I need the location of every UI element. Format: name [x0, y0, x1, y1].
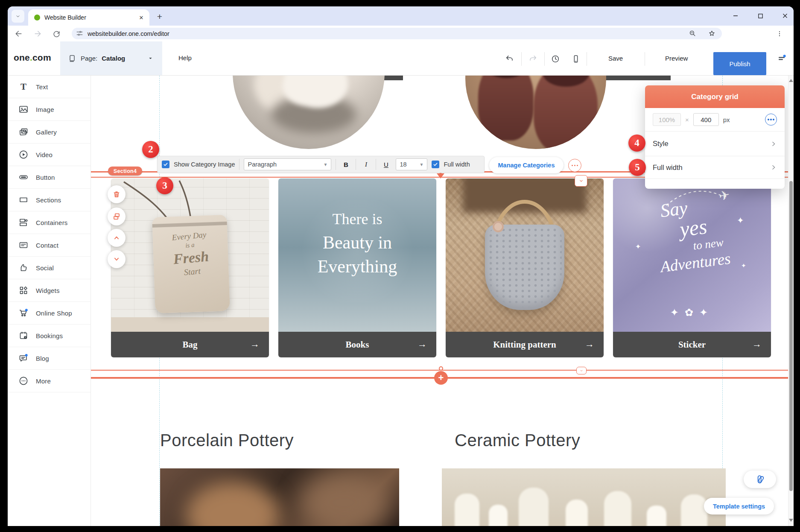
text-icon: T — [18, 82, 29, 92]
illustration-vase — [519, 488, 549, 526]
full-width-checkbox[interactable] — [432, 161, 439, 168]
editor-canvas[interactable]: Section4 Show Category Image Paragraph ▼… — [91, 76, 788, 526]
sidebar-item-gallery[interactable]: Gallery — [8, 121, 91, 143]
ceramic-pottery-heading[interactable]: Ceramic Pottery — [455, 431, 580, 450]
browser-menu-kebab-icon[interactable] — [774, 28, 785, 40]
window-minimize-button[interactable] — [729, 10, 742, 22]
hero-image-pottery-hands[interactable] — [233, 76, 385, 149]
porcelain-pottery-image[interactable] — [160, 468, 399, 526]
sidebar-item-sections[interactable]: Sections — [8, 189, 91, 211]
hero-image-ceramic-pots[interactable] — [465, 76, 606, 149]
illustration-vase — [604, 491, 631, 526]
divider-handle-dot[interactable] — [439, 366, 443, 371]
annotation-badge-3: 3 — [156, 177, 173, 194]
canvas-scrollbar[interactable] — [788, 76, 794, 526]
sidebar-item-video[interactable]: Video — [8, 143, 91, 166]
sidebar-item-text[interactable]: T Text — [8, 76, 91, 98]
porcelain-pottery-heading[interactable]: Porcelain Pottery — [160, 431, 294, 450]
omnibox[interactable]: websitebuilder.one.com/editor — [72, 28, 722, 39]
sidebar-item-blog[interactable]: Blog — [8, 347, 91, 370]
category-caption[interactable]: Knitting pattern → — [446, 332, 604, 357]
panel-size-row: × px — [645, 108, 785, 131]
tab-search-button[interactable] — [12, 10, 24, 23]
bookmark-star-icon[interactable] — [708, 29, 716, 38]
category-card-sticker[interactable]: ✈ ✦ ✦ ✦ Say yes to new Adventures ✦✿✦ St… — [613, 178, 771, 357]
minimize-icon — [733, 13, 739, 19]
category-grid-panel: Category grid × px Style Full width — [645, 85, 785, 189]
scroll-down-arrow[interactable] — [789, 519, 793, 522]
bold-button[interactable]: B — [340, 161, 351, 168]
collapse-section-button[interactable] — [576, 367, 587, 374]
illustration-shape — [488, 227, 562, 307]
divider — [587, 52, 587, 66]
editor-menu-button[interactable] — [775, 52, 788, 64]
font-size-dropdown[interactable]: 18 ▼ — [396, 158, 427, 170]
history-button[interactable] — [549, 53, 562, 65]
category-caption[interactable]: Sticker → — [613, 332, 771, 357]
add-section-button[interactable]: + — [434, 371, 448, 385]
style-swatch-button[interactable] — [744, 471, 776, 488]
undo-button[interactable] — [503, 53, 516, 65]
window-close-button[interactable] — [779, 10, 791, 22]
sidebar-item-more[interactable]: More — [8, 370, 91, 392]
divider — [239, 159, 239, 170]
category-caption[interactable]: Bag → — [111, 332, 269, 357]
save-button[interactable]: Save — [608, 55, 623, 62]
thumbs-up-icon — [18, 263, 29, 273]
show-category-image-checkbox[interactable] — [162, 161, 169, 168]
redo-button[interactable] — [526, 53, 539, 65]
sidebar-item-containers[interactable]: Containers — [8, 211, 91, 234]
back-button[interactable] — [13, 28, 25, 40]
scrollbar-thumb[interactable] — [789, 181, 793, 491]
chevron-down-icon — [148, 56, 153, 61]
publish-button[interactable]: Publish — [713, 52, 766, 75]
mobile-preview-button[interactable] — [569, 53, 582, 65]
duplicate-section-button[interactable] — [108, 208, 126, 225]
site-settings-icon[interactable] — [76, 30, 83, 37]
window-maximize-button[interactable] — [754, 10, 767, 22]
annotation-badge-4: 4 — [628, 134, 645, 152]
collapse-grid-button[interactable] — [575, 175, 587, 187]
illustration-crochet-bag — [485, 225, 564, 310]
panel-style-row[interactable]: Style — [645, 131, 785, 156]
sidebar-item-contact[interactable]: Contact — [8, 234, 91, 257]
panel-title[interactable]: Category grid — [645, 85, 785, 108]
template-settings-button[interactable]: Template settings — [704, 498, 774, 514]
page-selector[interactable]: Page: Catalog — [60, 41, 162, 75]
ceramic-pottery-image[interactable] — [442, 468, 726, 526]
scroll-up-arrow[interactable] — [789, 79, 793, 82]
active-tab[interactable]: Website Builder ✕ — [28, 9, 149, 26]
zoom-out-icon[interactable] — [689, 29, 697, 38]
move-section-down-button[interactable] — [108, 250, 126, 268]
sidebar-item-online-shop[interactable]: Online Shop — [8, 302, 91, 324]
size-more-options-button[interactable] — [765, 114, 777, 126]
category-card-books[interactable]: There is Beauty in Everything Books → — [278, 178, 436, 357]
move-section-up-button[interactable] — [108, 229, 126, 247]
illustration-shape — [478, 76, 534, 140]
more-options-button[interactable] — [568, 159, 581, 172]
manage-categories-button[interactable]: Manage Categories — [489, 157, 564, 173]
category-card-bag[interactable]: Every Day is a Fresh Start Bag → — [111, 178, 269, 357]
italic-button[interactable]: I — [360, 161, 371, 168]
category-caption[interactable]: Books → — [278, 332, 436, 357]
delete-section-button[interactable] — [108, 185, 126, 203]
category-card-knitting-pattern[interactable]: Knitting pattern → — [446, 178, 604, 357]
sidebar-item-widgets[interactable]: Widgets — [8, 279, 91, 302]
forward-button[interactable] — [32, 28, 44, 40]
reload-button[interactable] — [50, 28, 62, 40]
help-button[interactable]: Help — [178, 54, 192, 61]
preview-button[interactable]: Preview — [665, 55, 688, 62]
sidebar-item-bookings[interactable]: Bookings — [8, 324, 91, 347]
new-tab-button[interactable]: + — [154, 11, 166, 23]
sidebar-item-button[interactable]: Button — [8, 166, 91, 189]
panel-full-width-row[interactable]: Full width — [645, 156, 785, 178]
paragraph-style-dropdown[interactable]: Paragraph ▼ — [244, 158, 331, 170]
height-input[interactable] — [693, 113, 719, 126]
tab-close-icon[interactable]: ✕ — [137, 14, 145, 21]
sidebar-item-social[interactable]: Social — [8, 257, 91, 279]
sidebar-item-image[interactable]: Image — [8, 98, 91, 121]
width-input[interactable] — [653, 113, 681, 126]
section-label[interactable]: Section4 — [108, 167, 142, 175]
divider-pointer-icon — [437, 173, 444, 178]
underline-button[interactable]: U — [380, 161, 391, 168]
